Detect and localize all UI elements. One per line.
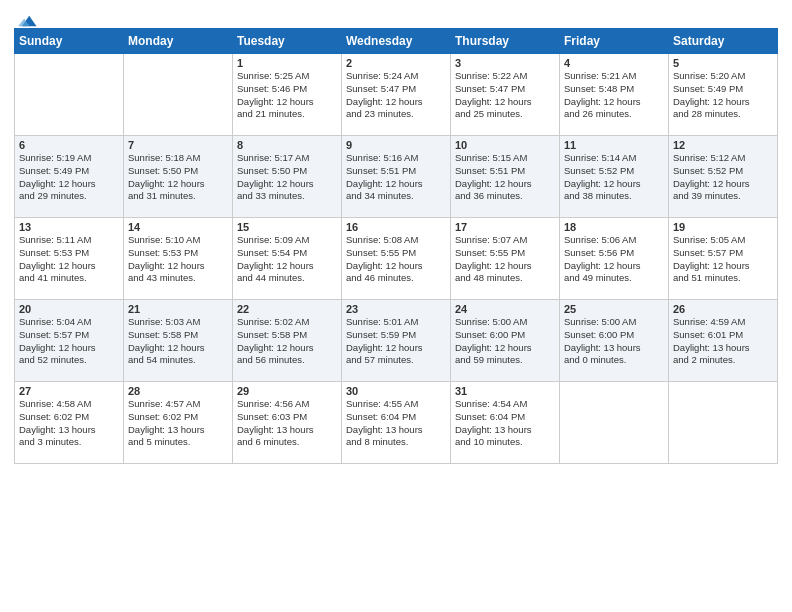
day-number: 9 (346, 139, 446, 151)
calendar-cell: 12Sunrise: 5:12 AM Sunset: 5:52 PM Dayli… (669, 136, 778, 218)
day-number: 13 (19, 221, 119, 233)
day-number: 21 (128, 303, 228, 315)
calendar-cell: 20Sunrise: 5:04 AM Sunset: 5:57 PM Dayli… (15, 300, 124, 382)
calendar-cell: 28Sunrise: 4:57 AM Sunset: 6:02 PM Dayli… (124, 382, 233, 464)
calendar-cell: 19Sunrise: 5:05 AM Sunset: 5:57 PM Dayli… (669, 218, 778, 300)
calendar-cell: 22Sunrise: 5:02 AM Sunset: 5:58 PM Dayli… (233, 300, 342, 382)
day-number: 20 (19, 303, 119, 315)
logo-icon (16, 10, 38, 32)
day-number: 6 (19, 139, 119, 151)
day-number: 12 (673, 139, 773, 151)
cell-content: Sunrise: 4:55 AM Sunset: 6:04 PM Dayligh… (346, 398, 446, 449)
day-number: 22 (237, 303, 337, 315)
cell-content: Sunrise: 5:04 AM Sunset: 5:57 PM Dayligh… (19, 316, 119, 367)
cell-content: Sunrise: 5:16 AM Sunset: 5:51 PM Dayligh… (346, 152, 446, 203)
cell-content: Sunrise: 5:25 AM Sunset: 5:46 PM Dayligh… (237, 70, 337, 121)
calendar-cell: 26Sunrise: 4:59 AM Sunset: 6:01 PM Dayli… (669, 300, 778, 382)
calendar-cell: 14Sunrise: 5:10 AM Sunset: 5:53 PM Dayli… (124, 218, 233, 300)
day-number: 3 (455, 57, 555, 69)
cell-content: Sunrise: 5:18 AM Sunset: 5:50 PM Dayligh… (128, 152, 228, 203)
day-number: 4 (564, 57, 664, 69)
calendar-cell: 16Sunrise: 5:08 AM Sunset: 5:55 PM Dayli… (342, 218, 451, 300)
calendar-cell: 6Sunrise: 5:19 AM Sunset: 5:49 PM Daylig… (15, 136, 124, 218)
weekday-header-saturday: Saturday (669, 29, 778, 54)
calendar-cell: 18Sunrise: 5:06 AM Sunset: 5:56 PM Dayli… (560, 218, 669, 300)
cell-content: Sunrise: 5:15 AM Sunset: 5:51 PM Dayligh… (455, 152, 555, 203)
cell-content: Sunrise: 5:01 AM Sunset: 5:59 PM Dayligh… (346, 316, 446, 367)
day-number: 18 (564, 221, 664, 233)
calendar-cell (560, 382, 669, 464)
cell-content: Sunrise: 5:10 AM Sunset: 5:53 PM Dayligh… (128, 234, 228, 285)
calendar-cell: 4Sunrise: 5:21 AM Sunset: 5:48 PM Daylig… (560, 54, 669, 136)
calendar-cell: 7Sunrise: 5:18 AM Sunset: 5:50 PM Daylig… (124, 136, 233, 218)
weekday-header-monday: Monday (124, 29, 233, 54)
day-number: 29 (237, 385, 337, 397)
header (14, 10, 778, 26)
cell-content: Sunrise: 5:08 AM Sunset: 5:55 PM Dayligh… (346, 234, 446, 285)
cell-content: Sunrise: 4:59 AM Sunset: 6:01 PM Dayligh… (673, 316, 773, 367)
calendar-cell: 1Sunrise: 5:25 AM Sunset: 5:46 PM Daylig… (233, 54, 342, 136)
cell-content: Sunrise: 5:05 AM Sunset: 5:57 PM Dayligh… (673, 234, 773, 285)
calendar-cell: 27Sunrise: 4:58 AM Sunset: 6:02 PM Dayli… (15, 382, 124, 464)
cell-content: Sunrise: 5:12 AM Sunset: 5:52 PM Dayligh… (673, 152, 773, 203)
cell-content: Sunrise: 5:09 AM Sunset: 5:54 PM Dayligh… (237, 234, 337, 285)
cell-content: Sunrise: 5:14 AM Sunset: 5:52 PM Dayligh… (564, 152, 664, 203)
day-number: 10 (455, 139, 555, 151)
calendar-week-5: 27Sunrise: 4:58 AM Sunset: 6:02 PM Dayli… (15, 382, 778, 464)
calendar-cell: 10Sunrise: 5:15 AM Sunset: 5:51 PM Dayli… (451, 136, 560, 218)
calendar-cell: 9Sunrise: 5:16 AM Sunset: 5:51 PM Daylig… (342, 136, 451, 218)
calendar-cell: 2Sunrise: 5:24 AM Sunset: 5:47 PM Daylig… (342, 54, 451, 136)
calendar-week-1: 1Sunrise: 5:25 AM Sunset: 5:46 PM Daylig… (15, 54, 778, 136)
cell-content: Sunrise: 5:22 AM Sunset: 5:47 PM Dayligh… (455, 70, 555, 121)
cell-content: Sunrise: 5:06 AM Sunset: 5:56 PM Dayligh… (564, 234, 664, 285)
calendar-cell: 5Sunrise: 5:20 AM Sunset: 5:49 PM Daylig… (669, 54, 778, 136)
weekday-header-sunday: Sunday (15, 29, 124, 54)
calendar-week-4: 20Sunrise: 5:04 AM Sunset: 5:57 PM Dayli… (15, 300, 778, 382)
calendar-cell (669, 382, 778, 464)
day-number: 30 (346, 385, 446, 397)
logo (14, 10, 38, 26)
calendar-week-3: 13Sunrise: 5:11 AM Sunset: 5:53 PM Dayli… (15, 218, 778, 300)
calendar-cell: 24Sunrise: 5:00 AM Sunset: 6:00 PM Dayli… (451, 300, 560, 382)
calendar-cell: 31Sunrise: 4:54 AM Sunset: 6:04 PM Dayli… (451, 382, 560, 464)
day-number: 23 (346, 303, 446, 315)
cell-content: Sunrise: 5:11 AM Sunset: 5:53 PM Dayligh… (19, 234, 119, 285)
cell-content: Sunrise: 5:03 AM Sunset: 5:58 PM Dayligh… (128, 316, 228, 367)
cell-content: Sunrise: 5:17 AM Sunset: 5:50 PM Dayligh… (237, 152, 337, 203)
calendar-cell: 11Sunrise: 5:14 AM Sunset: 5:52 PM Dayli… (560, 136, 669, 218)
calendar-table: SundayMondayTuesdayWednesdayThursdayFrid… (14, 28, 778, 464)
weekday-header-tuesday: Tuesday (233, 29, 342, 54)
weekday-header-friday: Friday (560, 29, 669, 54)
day-number: 27 (19, 385, 119, 397)
cell-content: Sunrise: 5:00 AM Sunset: 6:00 PM Dayligh… (455, 316, 555, 367)
calendar-cell: 21Sunrise: 5:03 AM Sunset: 5:58 PM Dayli… (124, 300, 233, 382)
day-number: 26 (673, 303, 773, 315)
day-number: 31 (455, 385, 555, 397)
day-number: 28 (128, 385, 228, 397)
day-number: 15 (237, 221, 337, 233)
weekday-header-wednesday: Wednesday (342, 29, 451, 54)
cell-content: Sunrise: 5:20 AM Sunset: 5:49 PM Dayligh… (673, 70, 773, 121)
cell-content: Sunrise: 5:07 AM Sunset: 5:55 PM Dayligh… (455, 234, 555, 285)
calendar-cell: 29Sunrise: 4:56 AM Sunset: 6:03 PM Dayli… (233, 382, 342, 464)
calendar-week-2: 6Sunrise: 5:19 AM Sunset: 5:49 PM Daylig… (15, 136, 778, 218)
day-number: 8 (237, 139, 337, 151)
weekday-header-row: SundayMondayTuesdayWednesdayThursdayFrid… (15, 29, 778, 54)
day-number: 14 (128, 221, 228, 233)
cell-content: Sunrise: 4:54 AM Sunset: 6:04 PM Dayligh… (455, 398, 555, 449)
calendar-cell (124, 54, 233, 136)
day-number: 25 (564, 303, 664, 315)
calendar-cell: 8Sunrise: 5:17 AM Sunset: 5:50 PM Daylig… (233, 136, 342, 218)
day-number: 16 (346, 221, 446, 233)
day-number: 19 (673, 221, 773, 233)
cell-content: Sunrise: 5:02 AM Sunset: 5:58 PM Dayligh… (237, 316, 337, 367)
page-container: SundayMondayTuesdayWednesdayThursdayFrid… (0, 0, 792, 470)
cell-content: Sunrise: 4:56 AM Sunset: 6:03 PM Dayligh… (237, 398, 337, 449)
calendar-cell: 17Sunrise: 5:07 AM Sunset: 5:55 PM Dayli… (451, 218, 560, 300)
cell-content: Sunrise: 5:00 AM Sunset: 6:00 PM Dayligh… (564, 316, 664, 367)
cell-content: Sunrise: 4:57 AM Sunset: 6:02 PM Dayligh… (128, 398, 228, 449)
day-number: 7 (128, 139, 228, 151)
cell-content: Sunrise: 5:24 AM Sunset: 5:47 PM Dayligh… (346, 70, 446, 121)
calendar-cell (15, 54, 124, 136)
day-number: 17 (455, 221, 555, 233)
